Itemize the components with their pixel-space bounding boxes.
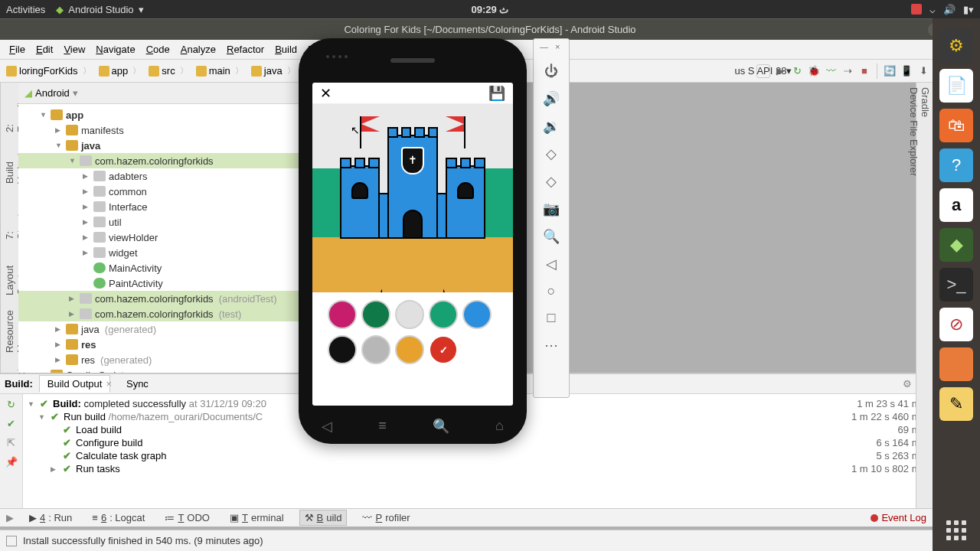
menu-analyze[interactable]: Analyze bbox=[176, 42, 220, 57]
sdk-manager-button[interactable]: ⬇ bbox=[916, 64, 930, 78]
debug-button[interactable]: 🐞 bbox=[807, 64, 821, 78]
tab-device-file-explorer[interactable]: Device File Explorer bbox=[908, 87, 920, 243]
dock-item-files[interactable] bbox=[939, 347, 973, 381]
bottom-tab-todo[interactable]: ≔TODO bbox=[160, 510, 214, 525]
color-swatch[interactable] bbox=[328, 335, 357, 364]
dock-item-help[interactable]: ? bbox=[939, 148, 973, 182]
record-icon[interactable] bbox=[911, 4, 922, 15]
bottom-tab-run[interactable]: ▶4: Run bbox=[24, 510, 77, 525]
rotate-left-icon[interactable]: ◇ bbox=[546, 145, 557, 162]
emulator-screen[interactable]: ✕ 💾 ↖ ✓ bbox=[312, 83, 513, 406]
screenshot-icon[interactable]: 📷 bbox=[543, 201, 560, 217]
breadcrumb-item[interactable]: main bbox=[193, 64, 248, 77]
emulator-toolbar[interactable]: — × ⏻ 🔊 🔉 ◇ ◇ 📷 🔍 ◁ ○ □ ⋯ bbox=[533, 38, 570, 398]
left-tool-tabs[interactable]: 1: ProjectResource ManagerLayout Capture… bbox=[0, 83, 18, 373]
tab-sync[interactable]: Sync bbox=[118, 375, 157, 393]
volume-up-icon[interactable]: 🔊 bbox=[543, 90, 560, 107]
system-tray[interactable]: ⌵ 🔊 ▮▾ bbox=[911, 4, 974, 15]
dock-item-notes[interactable]: ✎ bbox=[939, 387, 973, 421]
back-icon[interactable]: ◁ bbox=[546, 256, 557, 272]
dock-item-disk[interactable]: ⊘ bbox=[939, 308, 973, 341]
menu-navigate[interactable]: Navigate bbox=[91, 42, 139, 57]
volume-down-icon[interactable]: 🔉 bbox=[543, 118, 560, 135]
right-tool-tabs[interactable]: Gradle Device File Explorer bbox=[916, 83, 933, 508]
dock-item-android-studio[interactable]: ◆ bbox=[939, 228, 973, 262]
color-palette[interactable]: ✓ bbox=[312, 292, 513, 372]
dock-item-software[interactable]: 🛍 bbox=[939, 109, 973, 142]
emulator-window[interactable]: — × ⏻ 🔊 🔉 ◇ ◇ 📷 🔍 ◁ ○ □ ⋯ ✕ 💾 bbox=[299, 38, 570, 436]
bottom-tab-profiler[interactable]: 〰Profiler bbox=[358, 510, 414, 525]
filter-icon[interactable]: ✔ bbox=[7, 418, 15, 429]
build-row[interactable]: ✔Calculate task graph5 s 263 ms bbox=[28, 449, 925, 462]
drawing-canvas[interactable]: ↖ bbox=[312, 104, 513, 292]
color-swatch[interactable] bbox=[361, 335, 390, 364]
overview-icon[interactable]: □ bbox=[547, 310, 556, 326]
attach-debugger-button[interactable]: ⇢ bbox=[841, 64, 854, 78]
dock-apps-button[interactable] bbox=[946, 520, 966, 540]
dock-item-writer[interactable]: 📄 bbox=[939, 69, 973, 103]
stop-button[interactable]: ■ bbox=[858, 64, 871, 78]
bottom-tool-bar[interactable]: ▶▶4: Run≡6: Logcat≔TODO▣Terminal⚒Build〰P… bbox=[0, 508, 933, 527]
app-save-button[interactable]: 💾 bbox=[488, 85, 505, 102]
breadcrumb-item[interactable]: app bbox=[96, 64, 146, 77]
active-app-menu[interactable]: ◆Android Studio▾ bbox=[56, 4, 143, 15]
color-swatch[interactable] bbox=[462, 300, 492, 329]
tab-gradle[interactable]: Gradle bbox=[920, 87, 931, 243]
left-tab[interactable]: Build Variants bbox=[2, 145, 17, 187]
breadcrumb-item[interactable]: loringForKids bbox=[3, 64, 96, 77]
wifi-icon[interactable]: ⌵ bbox=[929, 4, 936, 15]
menu-edit[interactable]: Edit bbox=[31, 42, 57, 57]
left-tab[interactable]: 2: Favorites bbox=[2, 89, 17, 135]
breadcrumb-item[interactable]: java bbox=[248, 64, 300, 77]
color-swatch[interactable] bbox=[395, 300, 424, 329]
dock-item-terminal[interactable]: >_ bbox=[939, 268, 973, 302]
color-swatch[interactable]: ✓ bbox=[429, 335, 458, 364]
pin-icon[interactable]: 📌 bbox=[5, 456, 18, 468]
menu-build[interactable]: Build bbox=[270, 42, 302, 57]
expand-icon[interactable]: ⇱ bbox=[7, 437, 15, 448]
nav-search-icon[interactable]: 🔍 bbox=[433, 418, 449, 435]
emulator-minimize-button[interactable]: — bbox=[540, 42, 550, 53]
desktop-dock[interactable]: ⚙ 📄 🛍 ? a ◆ >_ ⊘ ✎ bbox=[933, 18, 980, 551]
menu-file[interactable]: File bbox=[5, 42, 30, 57]
tab-build-output[interactable]: Build Output bbox=[39, 375, 111, 393]
rerun-icon[interactable]: ↻ bbox=[7, 399, 15, 410]
dock-item-settings[interactable]: ⚙ bbox=[939, 29, 973, 63]
nav-menu-icon[interactable]: ≡ bbox=[378, 418, 387, 435]
device-selector[interactable]: us S API 28 ▾ bbox=[756, 64, 770, 78]
menu-code[interactable]: Code bbox=[142, 42, 175, 57]
device-nav-buttons[interactable]: ◁ ≡ 🔍 ⌂ bbox=[299, 418, 527, 435]
rotate-right-icon[interactable]: ◇ bbox=[546, 173, 557, 190]
build-settings-icon[interactable]: ⚙ bbox=[903, 378, 912, 390]
sync-gradle-button[interactable]: 🔄 bbox=[883, 64, 897, 78]
menu-view[interactable]: View bbox=[59, 42, 90, 57]
volume-icon[interactable]: 🔊 bbox=[943, 4, 956, 15]
color-swatch[interactable] bbox=[361, 300, 390, 329]
color-swatch[interactable] bbox=[395, 335, 424, 364]
avd-manager-button[interactable]: 📱 bbox=[900, 64, 913, 78]
run-button[interactable]: ▶ bbox=[773, 64, 787, 78]
left-tab[interactable]: Layout Captures bbox=[2, 252, 17, 298]
event-log-button[interactable]: Event Log bbox=[871, 512, 926, 523]
build-row[interactable]: ▶✔Run tasks1 m 10 s 802 ms bbox=[28, 462, 925, 475]
bottom-tab-logcat[interactable]: ≡6: Logcat bbox=[87, 510, 149, 525]
profiler-button[interactable]: 〰 bbox=[824, 64, 838, 78]
apply-changes-button[interactable]: ↻ bbox=[790, 64, 804, 78]
bottom-tab-build[interactable]: ⚒Build bbox=[299, 510, 348, 526]
nav-back-icon[interactable]: ◁ bbox=[322, 418, 332, 435]
home-icon[interactable]: ○ bbox=[547, 283, 556, 299]
power-icon[interactable]: ⏻ bbox=[544, 64, 558, 80]
activities-label[interactable]: Activities bbox=[6, 4, 45, 15]
bottom-tab-terminal[interactable]: ▣Terminal bbox=[225, 510, 289, 525]
zoom-icon[interactable]: 🔍 bbox=[543, 228, 560, 245]
color-swatch[interactable] bbox=[429, 300, 458, 329]
emulator-close-button[interactable]: × bbox=[555, 42, 566, 53]
menu-refactor[interactable]: Refactor bbox=[222, 42, 269, 57]
dock-item-amazon[interactable]: a bbox=[939, 188, 973, 222]
left-tab[interactable]: 7: Structure bbox=[2, 196, 17, 243]
nav-home-icon[interactable]: ⌂ bbox=[495, 418, 504, 435]
breadcrumb-item[interactable]: src bbox=[145, 64, 192, 77]
battery-icon[interactable]: ▮▾ bbox=[963, 4, 974, 15]
project-view-selector[interactable]: ◢Android▾ bbox=[24, 87, 78, 99]
more-icon[interactable]: ⋯ bbox=[544, 337, 558, 354]
